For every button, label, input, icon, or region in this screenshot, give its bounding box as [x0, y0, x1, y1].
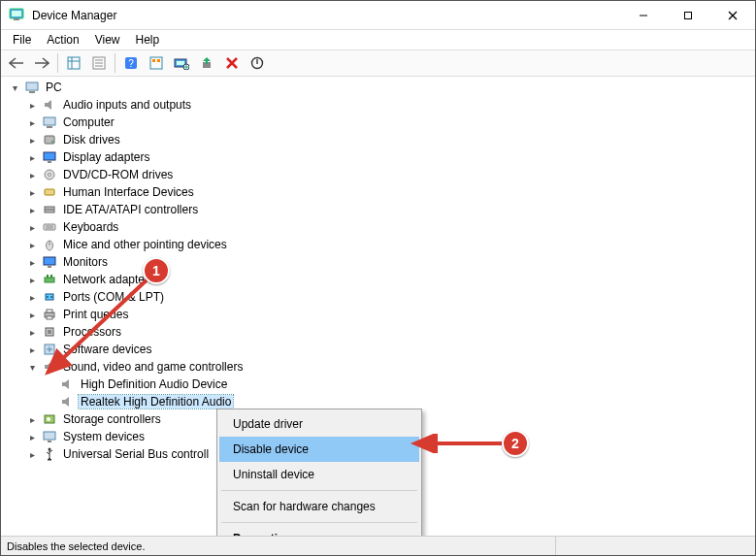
tree-label: Computer	[61, 115, 116, 129]
mouse-icon	[42, 237, 57, 252]
svg-rect-16	[150, 57, 162, 69]
context-menu-update-driver[interactable]: Update driver	[219, 411, 419, 437]
tree-node-monitors[interactable]: ▸Monitors	[26, 253, 753, 271]
expand-icon[interactable]: ▸	[26, 239, 38, 250]
expand-icon[interactable]: ▸	[26, 343, 38, 355]
tree-node-computer[interactable]: ▸Computer	[26, 114, 753, 131]
tree-node-mice[interactable]: ▸Mice and other pointing devices	[26, 236, 753, 253]
uninstall-button[interactable]	[220, 52, 244, 74]
tree-node-ide[interactable]: ▸IDE ATA/ATAPI controllers	[26, 201, 753, 218]
properties-button[interactable]	[87, 52, 111, 74]
update-driver-button[interactable]	[195, 52, 218, 74]
expand-icon[interactable]: ▸	[26, 169, 38, 180]
svg-rect-2	[14, 18, 19, 20]
svg-point-62	[49, 448, 51, 451]
tree-node-hda[interactable]: ▸High Definition Audio Device	[44, 376, 753, 393]
back-button[interactable]	[5, 52, 28, 74]
tree-node-display[interactable]: ▸Display adapters	[26, 148, 753, 166]
tree-node-audio-io[interactable]: ▸Audio inputs and outputs	[26, 96, 753, 114]
maximize-button[interactable]	[666, 1, 710, 29]
tree-label: Storage controllers	[61, 412, 163, 426]
show-hide-console-tree-button[interactable]	[62, 52, 85, 74]
disable-button[interactable]	[246, 52, 269, 74]
tree-label: Keyboards	[61, 220, 120, 234]
cpu-icon	[42, 324, 57, 340]
expand-icon[interactable]: ▸	[26, 431, 38, 442]
expand-icon[interactable]: ▸	[26, 99, 38, 111]
expand-icon[interactable]: ▸	[26, 204, 38, 215]
annotation-badge-1: 1	[143, 257, 170, 284]
svg-rect-26	[26, 82, 38, 90]
svg-rect-46	[45, 278, 54, 282]
svg-text:?: ?	[128, 58, 134, 69]
network-icon	[42, 272, 57, 287]
context-menu-uninstall-device[interactable]: Uninstall device	[219, 462, 419, 487]
expand-icon[interactable]: ▸	[26, 186, 38, 198]
tree-node-disk[interactable]: ▸Disk drives	[26, 131, 753, 148]
forward-button[interactable]	[30, 52, 53, 74]
speaker-icon	[42, 359, 57, 375]
storage-icon	[42, 411, 57, 427]
annotation-badge-2: 2	[502, 430, 529, 457]
tree-node-printqueues[interactable]: ▸Print queues	[26, 306, 753, 323]
svg-rect-45	[48, 266, 51, 268]
toolbar: ?	[1, 49, 755, 77]
menu-action[interactable]: Action	[39, 31, 86, 49]
computer-icon	[42, 114, 57, 130]
printer-icon	[42, 307, 57, 322]
expand-icon[interactable]: ▸	[26, 309, 38, 320]
svg-rect-20	[177, 61, 184, 65]
status-text: Disables the selected device.	[7, 540, 145, 552]
menu-file[interactable]: File	[5, 31, 39, 49]
tree-label: DVD/CD-ROM drives	[61, 168, 175, 181]
tree-node-network[interactable]: ▸Network adapters	[26, 271, 753, 288]
tree-node-dvd[interactable]: ▸DVD/CD-ROM drives	[26, 166, 753, 183]
collapse-icon[interactable]: ▾	[9, 82, 20, 93]
expand-icon[interactable]: ▸	[26, 413, 38, 425]
expand-icon[interactable]: ▸	[26, 151, 38, 163]
expand-icon[interactable]: ▸	[26, 448, 38, 460]
menu-help[interactable]: Help	[128, 31, 168, 49]
show-hidden-button[interactable]	[145, 52, 168, 74]
close-button[interactable]	[710, 1, 755, 29]
svg-rect-27	[29, 91, 35, 93]
help-button[interactable]: ?	[119, 52, 143, 74]
tree-root-pc[interactable]: ▾ PC	[9, 79, 753, 96]
minimize-button[interactable]	[621, 1, 666, 29]
svg-rect-4	[685, 12, 692, 18]
context-menu-disable-device[interactable]: Disable device	[219, 437, 419, 462]
speaker-icon	[59, 394, 75, 409]
svg-rect-29	[47, 126, 52, 128]
menu-view[interactable]: View	[87, 31, 128, 49]
svg-rect-33	[48, 161, 51, 163]
expand-icon[interactable]: ▸	[26, 326, 38, 338]
svg-rect-54	[47, 316, 52, 319]
tree-node-processors[interactable]: ▸Processors	[26, 323, 753, 341]
tree-node-keyboards[interactable]: ▸Keyboards	[26, 218, 753, 236]
tree-label: Print queues	[61, 308, 130, 321]
expand-icon[interactable]: ▸	[26, 116, 38, 128]
tree-label: Network adapters	[61, 273, 156, 286]
expand-icon[interactable]: ▸	[26, 221, 38, 233]
tree-node-hid[interactable]: ▸Human Interface Devices	[26, 183, 753, 201]
tree-label: Monitors	[61, 255, 110, 269]
expand-icon[interactable]: ▸	[26, 134, 38, 146]
context-menu-scan-hardware[interactable]: Scan for hardware changes	[219, 494, 419, 519]
collapse-icon[interactable]: ▾	[26, 361, 38, 373]
tree-label: High Definition Audio Device	[79, 377, 229, 391]
tree-node-software-devices[interactable]: ▸Software devices	[26, 341, 753, 358]
tree-label: Processors	[61, 325, 123, 339]
svg-rect-1	[12, 11, 21, 16]
tree-node-ports[interactable]: ▸Ports (COM & LPT)	[26, 288, 753, 306]
expand-icon[interactable]: ▸	[26, 274, 38, 285]
expand-icon[interactable]: ▸	[26, 256, 38, 268]
tree-label: Audio inputs and outputs	[61, 98, 193, 112]
context-menu: Update driver Disable device Uninstall d…	[216, 409, 422, 554]
expand-icon[interactable]: ▸	[26, 291, 38, 303]
tree-label: Realtek High Definition Audio	[79, 395, 233, 409]
status-bar: Disables the selected device.	[1, 536, 755, 555]
tree-node-sound-video-game[interactable]: ▾ Sound, video and game controllers	[26, 358, 753, 376]
scan-hardware-button[interactable]	[170, 52, 193, 74]
speaker-icon	[59, 376, 75, 392]
window-controls	[621, 1, 755, 29]
